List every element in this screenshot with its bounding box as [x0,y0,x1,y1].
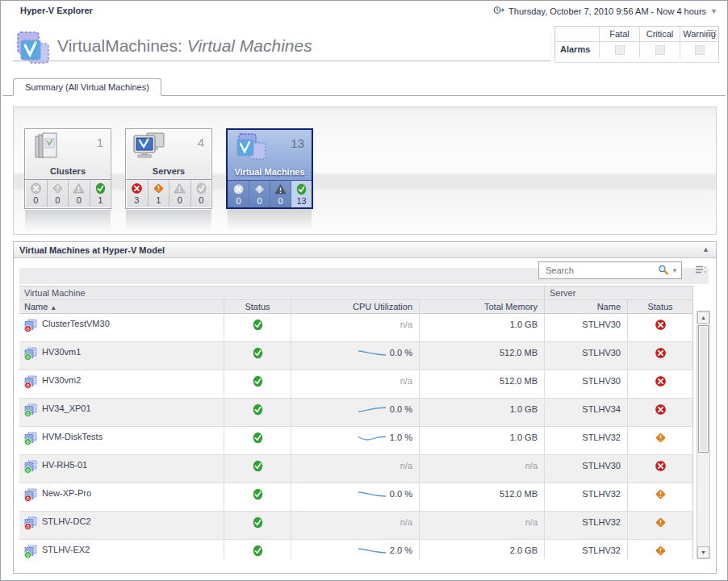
column-header-server-name[interactable]: Name [544,300,627,314]
search-input[interactable] [544,265,658,276]
column-header-total-memory[interactable]: Total Memory [419,300,544,314]
server-name-cell: STLHV32 [544,512,627,540]
scroll-up-button[interactable]: ▲ [697,311,709,324]
column-header-cpu-utilization[interactable]: CPU Utilization [291,300,419,314]
cpu-value: 1.0 % [390,433,412,442]
vm-name: STLHV-DC2 [42,516,91,526]
tile-clusters[interactable]: 1 Clusters 0001 [24,128,111,209]
tile-label: Servers [126,166,211,179]
server-name-cell: STLHV34 [544,399,627,427]
vm-grid-panel: Virtual Machines at Hyper-V Model ▲ ▼ Vi… [13,241,717,574]
vm-icon-running [23,403,38,417]
page-title: VirtualMachines:Virtual Machines [57,36,312,56]
vm-name: ClusterTestVM30 [42,319,110,328]
sort-ascending-icon: ▲ [50,304,56,311]
vm-icon-stopped [23,319,38,332]
column-header-server-status[interactable]: Status [627,300,692,314]
vm-icon-stopped [23,488,38,502]
table-row[interactable]: ClusterTestVM30 n/a 1.0 GB STLHV30 [19,314,692,342]
vm-icon-running [23,460,38,474]
grid-customizer-icon[interactable] [696,265,706,276]
cpu-utilization-cell: n/a [291,314,419,342]
clusters-icon [30,132,67,165]
cpu-sparkline [357,545,387,555]
tab-summary-all-virtual-machines[interactable]: Summary (All Virtual Machines) [13,78,161,96]
scroll-down-button[interactable]: ▼ [697,546,709,558]
time-range-icon [493,5,504,17]
search-icon[interactable] [658,265,669,277]
server-status-cell [627,399,692,427]
total-memory-cell: 1.0 GB [419,399,544,427]
tile-state-critical: 1 [148,180,169,207]
tile-status-strip: 00013 [228,180,312,207]
total-memory-cell: n/a [419,455,544,483]
vm-icon-running [23,432,38,445]
tile-servers[interactable]: 4 Servers 3100 [125,128,212,209]
panel-collapse-icon[interactable]: ▲ [702,245,709,253]
total-memory-cell: 1.0 GB [419,427,544,455]
table-row[interactable]: HV34_XP01 0.0 % 1.0 GB STLHV34 [19,399,692,427]
alarms-col-critical: Critical [639,27,680,42]
vm-name: New-XP-Pro [42,488,91,498]
table-row[interactable]: HV-RH5-01 n/a n/a STLHV30 [19,455,692,483]
cpu-value: 0.0 % [390,348,412,357]
cpu-utilization-cell: 0.0 % [291,483,419,512]
panel-header: Virtual Machines at Hyper-V Model ▲ [14,242,716,258]
table-row[interactable]: STLHV-DC2 n/a n/a STLHV32 [19,512,692,540]
vm-icon-stopped [23,516,38,530]
total-memory-cell: 1.0 GB [419,314,544,342]
alarms-fatal-cell[interactable] [599,42,639,58]
tile-status-strip: 3100 [126,179,211,207]
server-name-cell: STLHV30 [544,314,627,342]
app-title: Hyper-V Explorer [20,6,93,15]
title-divider [13,61,550,61]
virtual-machines-icon [232,132,273,168]
cpu-value: n/a [400,517,412,527]
vm-name: HV-RH5-01 [42,460,87,470]
vm-name: HV30vm2 [42,375,81,385]
alarms-warning-cell[interactable] [680,42,718,58]
server-status-cell [627,342,692,370]
server-name-cell: STLHV30 [544,370,627,399]
server-status-cell [627,540,692,559]
cpu-value: n/a [400,376,412,386]
alarms-table-footer-strip [554,58,719,63]
panel-title: Virtual Machines at Hyper-V Model [19,245,165,255]
tile-state-fatal: 0 [228,181,249,207]
column-header-name[interactable]: Name▲ [19,300,224,314]
alarms-critical-cell[interactable] [639,42,680,58]
tile-state-warning: 0 [270,181,291,207]
server-status-cell [627,314,692,342]
time-range-caret-icon: ▼ [710,7,718,15]
vm-status-cell [224,314,291,342]
tile-count: 13 [291,136,304,150]
scrollbar-thumb[interactable] [698,325,709,453]
server-name-cell: STLHV30 [544,455,627,483]
table-row[interactable]: HVM-DiskTests 1.0 % 1.0 GB STLHV32 [19,427,692,455]
vertical-scrollbar[interactable]: ▲ ▼ [697,311,710,559]
table-row[interactable]: STLHV-EX2 2.0 % 2.0 GB STLHV32 [19,540,692,559]
tile-state-warning: 0 [169,180,190,207]
cpu-utilization-cell: n/a [291,512,419,540]
table-row[interactable]: HV30vm1 0.0 % 512.0 MB STLHV30 [19,342,692,370]
tile-label: Virtual Machines [228,167,312,180]
server-status-cell [627,483,692,512]
tile-state-fatal: 3 [126,180,148,207]
vm-name: HV30vm1 [42,347,81,357]
table-row[interactable]: HV30vm2 n/a 512.0 MB STLHV30 [19,370,692,399]
server-status-cell [627,370,692,399]
table-row[interactable]: New-XP-Pro 0.0 % 512.0 MB STLHV32 [19,483,692,512]
topology-tiles-panel: 1 Clusters 0001 4 Servers 3100 13 Virtua… [13,107,717,235]
cpu-utilization-cell: 2.0 % [291,540,419,559]
cpu-utilization-cell: 1.0 % [291,427,419,455]
page-title-italic: Virtual Machines [187,36,312,55]
cpu-utilization-cell: n/a [291,455,419,483]
tile-virtual-machines[interactable]: 13 Virtual Machines 00013 [226,128,313,209]
vm-status-cell [224,483,291,512]
alarms-customizer-icon[interactable] [707,29,717,39]
column-header-status[interactable]: Status [224,300,291,314]
cpu-utilization-cell: n/a [291,370,419,399]
time-range-selector[interactable]: Thursday, October 7, 2010 9:56 AM - Now … [493,5,718,17]
tile-status-strip: 0001 [25,179,111,207]
search-options-caret-icon[interactable]: ▼ [672,267,678,274]
